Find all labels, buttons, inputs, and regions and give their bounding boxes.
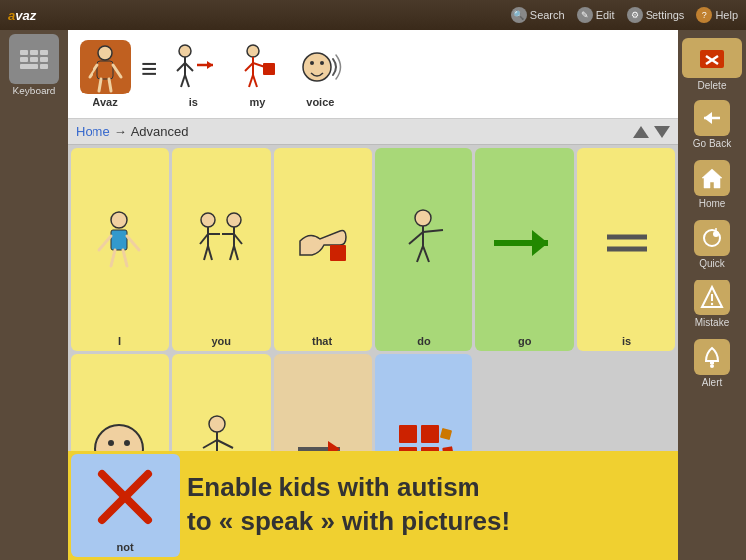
sort-down-button[interactable] xyxy=(654,126,670,138)
svg-point-55 xyxy=(124,440,130,446)
svg-point-24 xyxy=(111,212,127,228)
svg-line-4 xyxy=(99,79,101,91)
svg-line-16 xyxy=(245,63,253,71)
settings-label: Settings xyxy=(646,9,685,21)
svg-line-58 xyxy=(203,440,217,448)
svg-rect-25 xyxy=(111,230,127,250)
sort-buttons xyxy=(633,126,670,138)
svg-line-39 xyxy=(234,234,242,244)
grid: I xyxy=(68,145,678,560)
svg-point-23 xyxy=(320,61,324,65)
is-icon xyxy=(581,152,671,333)
svg-line-26 xyxy=(99,236,111,250)
svg-point-36 xyxy=(227,213,241,227)
grid-cell-I[interactable]: I xyxy=(71,148,169,351)
app-logo: avaz xyxy=(8,8,36,23)
svg-rect-1 xyxy=(97,61,113,79)
svg-point-21 xyxy=(303,53,331,81)
breadcrumb-arrow: → xyxy=(114,124,127,139)
grid-cell-that[interactable]: that xyxy=(274,148,372,351)
help-button[interactable]: ? Help xyxy=(696,7,738,23)
mistake-label: Mistake xyxy=(695,317,729,328)
search-icon: 🔍 xyxy=(511,7,527,23)
svg-line-5 xyxy=(109,79,111,91)
svg-line-27 xyxy=(127,236,139,250)
sentence-word-is[interactable]: is xyxy=(163,40,223,108)
grid-cell-go[interactable]: go xyxy=(475,148,574,351)
edit-button[interactable]: ✎ Edit xyxy=(577,7,615,23)
cell-label-is: is xyxy=(622,335,631,347)
main-area: Keyboard Avaz xyxy=(0,30,746,560)
quick-label: Quick xyxy=(699,258,725,269)
go-icon xyxy=(479,152,570,333)
svg-rect-65 xyxy=(399,425,417,443)
svg-line-59 xyxy=(217,440,233,448)
svg-line-18 xyxy=(249,75,253,87)
topbar: avaz 🔍 Search ✎ Edit ⚙ Settings ? Help xyxy=(0,0,746,30)
svg-rect-20 xyxy=(263,63,275,75)
svg-rect-85 xyxy=(710,361,714,364)
go-back-button[interactable]: Go Back xyxy=(682,94,742,154)
cell-label-do: do xyxy=(417,335,430,347)
svg-rect-42 xyxy=(330,245,346,261)
delete-button[interactable] xyxy=(682,38,742,78)
mistake-button[interactable]: Mistake xyxy=(682,274,742,333)
svg-line-45 xyxy=(409,232,423,244)
settings-button[interactable]: ⚙ Settings xyxy=(627,7,685,23)
grid-cell-you[interactable]: you xyxy=(172,148,271,351)
svg-marker-50 xyxy=(532,230,548,256)
svg-line-2 xyxy=(90,65,97,77)
breadcrumb-current: Advanced xyxy=(131,124,189,139)
svg-line-3 xyxy=(113,65,121,77)
alert-button[interactable]: Alert xyxy=(682,333,742,393)
grid-cell-do[interactable]: do xyxy=(375,148,473,351)
grid-cell-not[interactable]: not xyxy=(71,454,180,557)
help-label: Help xyxy=(715,9,738,21)
svg-line-35 xyxy=(208,246,212,260)
edit-icon: ✎ xyxy=(577,7,593,23)
svg-line-9 xyxy=(185,63,193,71)
sort-up-button[interactable] xyxy=(633,126,649,138)
sentence-word-label-is: is xyxy=(189,96,198,108)
delete-label: Delete xyxy=(698,80,727,91)
svg-line-40 xyxy=(230,246,234,260)
home-button[interactable]: Home xyxy=(682,154,742,214)
svg-rect-66 xyxy=(421,425,439,443)
svg-line-11 xyxy=(185,75,189,87)
svg-rect-69 xyxy=(440,428,452,440)
grid-cell-is[interactable]: is xyxy=(577,148,675,351)
sentence-word-my[interactable]: my xyxy=(227,40,286,108)
svg-point-30 xyxy=(201,213,215,227)
svg-line-34 xyxy=(204,246,208,260)
I-icon xyxy=(75,152,165,333)
home-label: Home xyxy=(699,198,726,209)
svg-marker-77 xyxy=(704,112,712,124)
svg-line-10 xyxy=(181,75,185,87)
topbar-actions: 🔍 Search ✎ Edit ⚙ Settings ? Help xyxy=(511,7,738,23)
promotion-banner: not Enable kids with autismto « speak » … xyxy=(68,451,678,560)
settings-icon: ⚙ xyxy=(627,7,643,23)
breadcrumb-home[interactable]: Home xyxy=(76,124,110,139)
sentence-word-label-voice: voice xyxy=(306,96,334,108)
cell-label-that: that xyxy=(312,335,332,347)
keyboard-icon xyxy=(20,50,48,69)
svg-point-54 xyxy=(108,440,114,446)
center-content: Avaz ≡ xyxy=(68,30,678,560)
svg-line-47 xyxy=(417,246,423,262)
keyboard-button[interactable] xyxy=(9,34,59,84)
cell-label-you: you xyxy=(211,335,231,347)
sentence-word-voice[interactable]: voice xyxy=(290,40,350,108)
search-button[interactable]: 🔍 Search xyxy=(511,7,565,23)
alert-label: Alert xyxy=(702,377,723,388)
breadcrumb: Home → Advanced xyxy=(68,119,678,145)
sentence-equals: ≡ xyxy=(141,53,157,96)
svg-marker-13 xyxy=(207,61,213,69)
home-icon xyxy=(694,160,730,196)
banner-text: Enable kids with autismto « speak » with… xyxy=(187,471,510,539)
left-sidebar: Keyboard xyxy=(0,30,68,560)
quick-button[interactable]: Quick xyxy=(682,214,742,274)
sentence-word-label-my: my xyxy=(249,96,265,108)
sentence-word-avaz[interactable]: Avaz xyxy=(76,40,135,108)
alert-icon xyxy=(694,339,730,375)
svg-point-22 xyxy=(310,61,314,65)
